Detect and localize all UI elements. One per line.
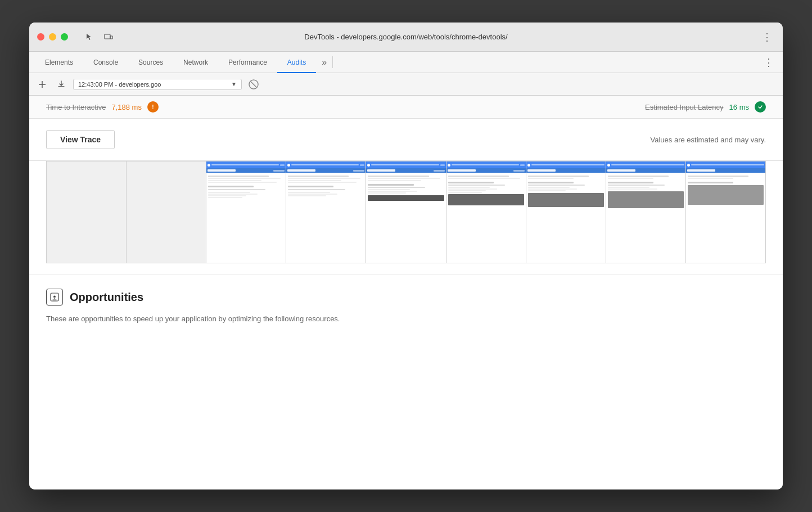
svg-rect-0 [105, 34, 110, 39]
more-options-icon[interactable]: ⋮ [759, 29, 775, 45]
filmstrip-frame-5[interactable] [446, 161, 526, 263]
filmstrip-frame-4[interactable] [366, 161, 446, 263]
devtools-menu-button[interactable]: ⋮ [756, 52, 783, 73]
view-trace-section: View Trace Values are estimated and may … [29, 119, 783, 161]
maximize-button[interactable] [61, 33, 68, 41]
tab-bar: Elements Console Sources Network Perform… [29, 52, 783, 73]
url-text: 12:43:00 PM - developers.goo [78, 81, 228, 88]
inspect-icon[interactable] [82, 29, 97, 45]
metric-tti-label: Time to Interactive [46, 103, 106, 111]
filmstrip-frame-6[interactable] [526, 161, 606, 263]
title-bar: DevTools - developers.google.com/web/too… [29, 23, 783, 52]
opportunities-section: Opportunities These are opportunities to… [29, 275, 783, 338]
download-button[interactable] [54, 77, 69, 92]
tab-network[interactable]: Network [173, 52, 218, 73]
filmstrip-frame-7[interactable] [606, 161, 686, 263]
add-recording-button[interactable] [35, 77, 49, 92]
devtools-window: DevTools - developers.google.com/web/too… [29, 23, 783, 489]
metric-input-latency: Estimated Input Latency 16 ms [645, 101, 766, 113]
filmstrip-frame-3[interactable] [286, 161, 366, 263]
filmstrip-section [29, 161, 783, 275]
window-title: DevTools - developers.google.com/web/too… [304, 33, 507, 41]
filmstrip-frame-0 [47, 161, 127, 263]
metric-eil-badge [755, 101, 766, 113]
close-button[interactable] [37, 33, 44, 41]
metric-eil-value: 16 ms [729, 103, 749, 111]
opportunities-icon [46, 289, 63, 306]
traffic-lights [37, 33, 68, 41]
url-dropdown-icon[interactable]: ▼ [231, 81, 237, 87]
view-trace-button[interactable]: View Trace [46, 130, 115, 149]
tab-audits[interactable]: Audits [277, 52, 316, 73]
filmstrip-container [46, 161, 766, 263]
devtools-toolbar: 12:43:00 PM - developers.goo ▼ [29, 73, 783, 96]
opportunities-description: These are opportunities to speed up your… [46, 313, 440, 325]
metrics-row: Time to Interactive 7,188 ms ! Estimated… [29, 96, 783, 119]
main-content: Time to Interactive 7,188 ms ! Estimated… [29, 96, 783, 489]
opportunities-header: Opportunities [46, 289, 766, 306]
minimize-button[interactable] [49, 33, 56, 41]
opportunities-title: Opportunities [70, 291, 143, 304]
values-note: Values are estimated and may vary. [651, 136, 766, 144]
title-bar-actions: ⋮ [759, 29, 775, 45]
filmstrip-frame-2[interactable] [206, 161, 286, 263]
metric-time-to-interactive: Time to Interactive 7,188 ms ! [46, 101, 645, 113]
block-requests-icon[interactable] [246, 77, 261, 92]
url-bar[interactable]: 12:43:00 PM - developers.goo ▼ [73, 79, 242, 90]
tab-performance[interactable]: Performance [218, 52, 277, 73]
tab-elements[interactable]: Elements [35, 52, 83, 73]
tab-more-button[interactable]: » [316, 52, 332, 73]
tab-separator [332, 56, 333, 68]
metric-tti-value: 7,188 ms [111, 103, 141, 111]
svg-rect-1 [110, 36, 112, 39]
metric-tti-badge: ! [147, 101, 159, 113]
filmstrip-frame-1 [127, 161, 206, 263]
metric-eil-label: Estimated Input Latency [645, 103, 723, 111]
responsive-icon[interactable] [101, 29, 116, 45]
filmstrip-frame-8[interactable] [686, 161, 765, 263]
tab-console[interactable]: Console [83, 52, 128, 73]
tab-sources[interactable]: Sources [128, 52, 173, 73]
